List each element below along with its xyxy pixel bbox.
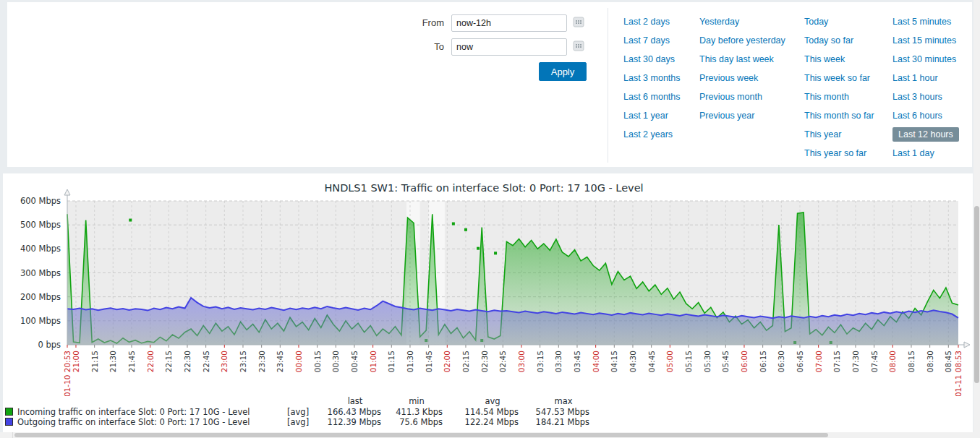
quick-range-last-1-hour[interactable]: Last 1 hour xyxy=(892,73,938,83)
legend-series-name: Outgoing traffic on interface Slot: 0 Po… xyxy=(17,417,250,427)
x-axis-label: 21:00 xyxy=(72,351,80,372)
x-axis-label: 01:30 xyxy=(406,351,414,372)
incoming-point xyxy=(129,219,132,222)
quick-range-day-before-yesterday[interactable]: Day before yesterday xyxy=(699,35,785,46)
incoming-point xyxy=(464,228,467,231)
x-axis-label: 05:45 xyxy=(721,351,730,372)
x-axis-label: 00:00 xyxy=(294,351,303,372)
x-axis-label: 22:45 xyxy=(202,351,210,372)
quick-range-last-2-years[interactable]: Last 2 years xyxy=(623,129,673,139)
x-axis-label: 06:00 xyxy=(740,351,749,372)
apply-button[interactable]: Apply xyxy=(539,62,587,81)
incoming-point xyxy=(494,252,497,254)
x-axis-label: 08:30 xyxy=(926,351,934,372)
quick-range-last-30-minutes[interactable]: Last 30 minutes xyxy=(892,54,956,64)
quick-range-last-5-minutes[interactable]: Last 5 minutes xyxy=(892,17,951,27)
x-axis-label: 23:00 xyxy=(220,351,229,372)
traffic-graph-canvas[interactable]: 0 bps100 Mbps200 Mbps300 Mbps400 Mbps500… xyxy=(3,173,973,396)
x-axis-label: 05:15 xyxy=(684,351,693,372)
traffic-graph-panel: HNDLS1 SW1: Traffic on interface Slot: 0… xyxy=(3,173,973,434)
quick-range-today-so-far[interactable]: Today so far xyxy=(804,35,853,46)
quick-range-last-3-hours[interactable]: Last 3 hours xyxy=(892,92,942,102)
x-axis-label: 07:15 xyxy=(832,351,841,372)
x-axis-label: 01-10 20:53 xyxy=(63,351,72,396)
quick-range-last-12-hours[interactable]: Last 12 hours xyxy=(892,127,959,142)
y-axis-label: 600 Mbps xyxy=(20,196,61,206)
quick-range-this-month-so-far[interactable]: This month so far xyxy=(804,111,874,121)
y-axis-label: 0 bps xyxy=(38,340,61,350)
y-axis-label: 400 Mbps xyxy=(20,244,61,254)
quick-range-this-week-so-far[interactable]: This week so far xyxy=(804,73,870,83)
legend-series-name: Incoming traffic on interface Slot: 0 Po… xyxy=(17,407,250,417)
incoming-point xyxy=(452,223,455,226)
legend-col-header-min: min xyxy=(377,396,456,405)
x-axis-label: 01:45 xyxy=(425,351,433,372)
x-axis-label: 02:45 xyxy=(498,351,507,372)
x-axis-label: 04:30 xyxy=(629,351,637,372)
filter-divider xyxy=(608,8,608,163)
x-axis-label: 03:15 xyxy=(536,351,545,372)
x-axis-label: 01:15 xyxy=(387,351,396,372)
from-input[interactable] xyxy=(451,14,567,32)
quick-range-last-2-days[interactable]: Last 2 days xyxy=(623,17,670,27)
quick-range-this-month[interactable]: This month xyxy=(804,92,849,102)
horizontal-scrollbar-track[interactable] xyxy=(0,432,973,438)
quick-range-last-30-days[interactable]: Last 30 days xyxy=(623,54,675,64)
quick-range-yesterday[interactable]: Yesterday xyxy=(699,17,739,27)
quick-range-last-3-months[interactable]: Last 3 months xyxy=(623,73,681,83)
x-axis-label: 21:30 xyxy=(108,351,117,372)
x-axis-label: 00:30 xyxy=(331,351,340,372)
legend-stat-avg: 114.54 Mbps xyxy=(439,407,519,417)
quick-range-this-week[interactable]: This week xyxy=(804,54,845,64)
x-axis-label: 01-11 08:53 xyxy=(954,351,963,396)
x-axis-label: 05:30 xyxy=(703,351,712,372)
x-axis-label: 02:00 xyxy=(443,351,451,372)
x-axis-label: 23:15 xyxy=(239,351,247,372)
quick-range-this-year-so-far[interactable]: This year so far xyxy=(804,148,866,158)
y-axis-label: 500 Mbps xyxy=(20,220,61,230)
quick-range-last-6-hours[interactable]: Last 6 hours xyxy=(892,111,942,121)
quick-range-previous-week[interactable]: Previous week xyxy=(699,73,758,83)
quick-range-last-6-months[interactable]: Last 6 months xyxy=(623,92,681,102)
legend-swatch xyxy=(5,408,13,416)
vertical-scrollbar-thumb[interactable] xyxy=(974,206,979,383)
legend-row: Incoming traffic on interface Slot: 0 Po… xyxy=(3,407,654,417)
x-axis-label: 23:30 xyxy=(257,351,266,372)
quick-range-previous-month[interactable]: Previous month xyxy=(699,92,762,102)
x-axis-label: 06:15 xyxy=(759,351,767,372)
x-axis-label: 06:45 xyxy=(796,351,804,372)
quick-range-last-15-minutes[interactable]: Last 15 minutes xyxy=(892,35,956,46)
x-axis-label: 22:15 xyxy=(164,351,173,372)
to-label: To xyxy=(415,38,444,56)
legend-stat-min: 411.3 Kbps xyxy=(363,407,443,417)
x-axis-label: 07:00 xyxy=(814,351,823,372)
from-calendar-button[interactable] xyxy=(571,16,586,30)
legend-col-header-avg: avg xyxy=(453,396,532,405)
incoming-point xyxy=(477,247,480,250)
vertical-scrollbar-track[interactable] xyxy=(973,0,980,438)
to-input[interactable] xyxy=(451,38,567,56)
y-axis-label: 200 Mbps xyxy=(20,292,61,302)
x-axis-label: 02:15 xyxy=(461,351,470,372)
y-axis-label: 100 Mbps xyxy=(20,316,61,326)
y-axis-arrow xyxy=(64,189,70,195)
quick-range-last-7-days[interactable]: Last 7 days xyxy=(623,35,670,46)
x-axis-label: 07:45 xyxy=(870,351,879,372)
x-axis-label: 22:00 xyxy=(146,351,155,372)
quick-range-this-year[interactable]: This year xyxy=(804,129,841,139)
x-axis-label: 08:00 xyxy=(888,351,897,372)
x-axis-label: 04:45 xyxy=(647,351,656,372)
x-axis-label: 07:30 xyxy=(851,351,860,372)
quick-range-previous-year[interactable]: Previous year xyxy=(699,111,754,121)
quick-range-last-1-year[interactable]: Last 1 year xyxy=(623,111,668,121)
quick-range-this-day-last-week[interactable]: This day last week xyxy=(699,54,774,64)
x-axis-label: 01:00 xyxy=(369,351,378,372)
quick-range-today[interactable]: Today xyxy=(804,17,828,27)
quick-range-last-1-day[interactable]: Last 1 day xyxy=(892,148,934,158)
from-label: From xyxy=(415,14,444,32)
x-axis-label: 03:30 xyxy=(554,351,563,372)
x-axis-label: 06:30 xyxy=(777,351,785,372)
to-calendar-button[interactable] xyxy=(571,40,586,54)
horizontal-scrollbar-thumb[interactable] xyxy=(14,433,828,437)
calendar-icon xyxy=(573,40,584,51)
